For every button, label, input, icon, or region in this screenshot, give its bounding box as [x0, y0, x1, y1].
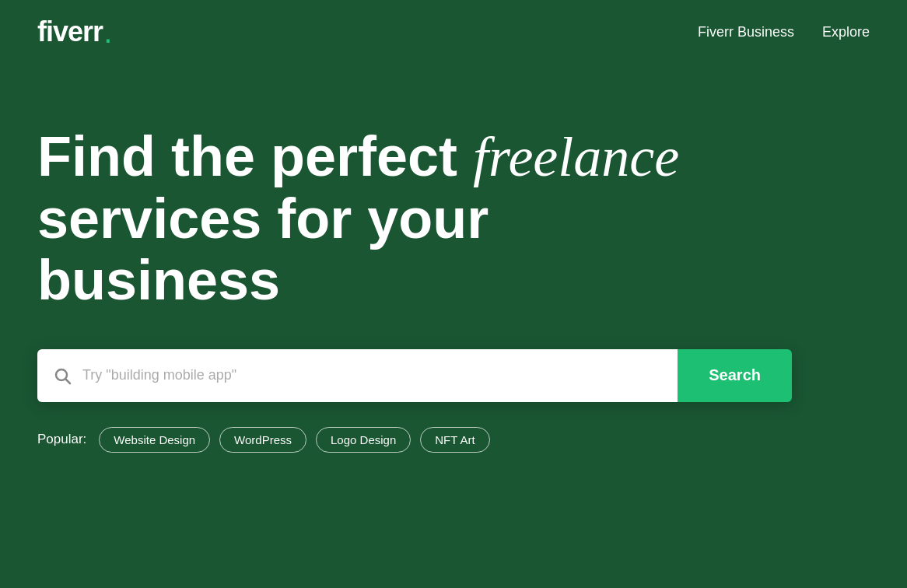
search-icon — [53, 366, 72, 385]
svg-line-1 — [66, 379, 71, 383]
popular-tags: Website Design WordPress Logo Design NFT… — [99, 427, 489, 453]
search-input-wrapper — [37, 349, 678, 402]
hero-section: Find the perfect freelance services for … — [0, 64, 778, 453]
logo-dot: . — [103, 16, 113, 48]
search-button[interactable]: Search — [678, 349, 792, 402]
nav-link-explore[interactable]: Explore — [822, 24, 870, 40]
popular-tag-logo-design[interactable]: Logo Design — [316, 427, 411, 453]
logo[interactable]: fiverr . — [37, 16, 113, 48]
popular-tag-website-design[interactable]: Website Design — [99, 427, 210, 453]
popular-tag-wordpress[interactable]: WordPress — [219, 427, 306, 453]
hero-headline-italic: freelance — [473, 126, 679, 188]
navbar: fiverr . Fiverr Business Explore — [0, 0, 907, 64]
popular-section: Popular: Website Design WordPress Logo D… — [37, 427, 741, 453]
hero-headline-part2: services for your business — [37, 187, 489, 311]
search-input[interactable] — [82, 367, 662, 383]
popular-label: Popular: — [37, 432, 86, 447]
popular-tag-nft-art[interactable]: NFT Art — [420, 427, 489, 453]
nav-link-fiverr-business[interactable]: Fiverr Business — [698, 24, 794, 40]
logo-text: fiverr — [37, 16, 103, 48]
search-bar: Search — [37, 349, 792, 402]
nav-links: Fiverr Business Explore — [698, 24, 870, 40]
hero-headline-part1: Find the perfect — [37, 125, 473, 187]
hero-headline: Find the perfect freelance services for … — [37, 126, 741, 312]
